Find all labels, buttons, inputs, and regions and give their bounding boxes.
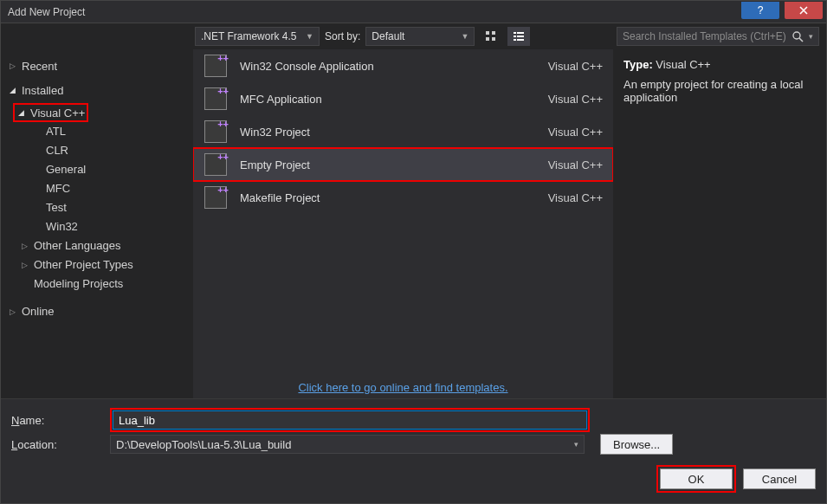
framework-value: .NET Framework 4.5 — [201, 30, 296, 42]
template-type: Type: Visual C++ — [623, 58, 816, 71]
search-box[interactable]: ▾ — [617, 27, 819, 46]
template-row-selected[interactable]: ++ Empty Project Visual C++ — [193, 148, 613, 181]
project-name-input[interactable] — [113, 410, 587, 430]
add-new-project-dialog: Add New Project ? .NET Framework 4.5 ▼ S… — [0, 0, 827, 504]
top-toolbar: .NET Framework 4.5 ▼ Sort by: Default ▼ — [1, 23, 826, 49]
svg-rect-5 — [517, 32, 524, 34]
empty-project-icon: ++ — [204, 153, 227, 176]
tree-recent[interactable]: Recent — [4, 56, 190, 75]
grid-icon — [485, 30, 497, 42]
location-row: Location: D:\DevelopTools\Lua-5.3\Lua_bu… — [11, 432, 816, 456]
close-button[interactable] — [785, 2, 823, 19]
online-templates-link-row: Click here to go online and find templat… — [193, 376, 613, 398]
makefile-project-icon: ++ — [204, 186, 227, 209]
win32-project-icon: ++ — [204, 120, 227, 143]
tree-installed[interactable]: Installed — [4, 81, 190, 100]
template-row[interactable]: ++ Win32 Console Application Visual C++ — [193, 49, 613, 82]
tree-visual-cpp[interactable]: Visual C++ — [15, 106, 87, 120]
svg-rect-8 — [514, 39, 516, 41]
help-button[interactable]: ? — [741, 2, 779, 19]
tree-clr[interactable]: CLR — [4, 141, 190, 160]
online-templates-link[interactable]: Click here to go online and find templat… — [298, 381, 507, 394]
titlebar[interactable]: Add New Project ? — [1, 1, 826, 23]
bottom-form: Name: Location: D:\DevelopTools\Lua-5.3\… — [1, 398, 826, 503]
window-title: Add New Project — [1, 6, 741, 18]
mfc-app-icon: ++ — [204, 87, 227, 110]
location-label: Location: — [11, 438, 101, 451]
svg-rect-2 — [486, 37, 489, 41]
svg-rect-6 — [514, 36, 516, 37]
tree-test[interactable]: Test — [4, 198, 190, 217]
category-tree[interactable]: Recent Installed Visual C++ ATL CLR Gene… — [1, 49, 193, 398]
location-dropdown[interactable]: D:\DevelopTools\Lua-5.3\Lua_build ▾ — [110, 435, 585, 454]
template-row[interactable]: ++ MFC Application Visual C++ — [193, 82, 613, 115]
svg-rect-0 — [486, 31, 489, 35]
chevron-down-icon: ▼ — [461, 32, 468, 41]
cancel-button[interactable]: Cancel — [743, 468, 816, 489]
middle-panes: Recent Installed Visual C++ ATL CLR Gene… — [1, 49, 826, 398]
search-icon — [791, 30, 804, 42]
svg-rect-9 — [517, 39, 524, 41]
ok-button[interactable]: OK — [660, 468, 733, 489]
tree-other-project-types[interactable]: Other Project Types — [4, 255, 190, 275]
console-app-icon: ++ — [204, 55, 227, 77]
tree-other-languages[interactable]: Other Languages — [4, 236, 190, 255]
sort-by-value: Default — [372, 30, 404, 42]
name-row: Name: — [11, 408, 816, 432]
content-area: .NET Framework 4.5 ▼ Sort by: Default ▼ — [1, 23, 826, 503]
sort-by-label: Sort by: — [325, 30, 360, 42]
browse-button[interactable]: Browse... — [600, 434, 673, 455]
framework-dropdown[interactable]: .NET Framework 4.5 ▼ — [195, 27, 320, 46]
template-description: An empty project for creating a local ap… — [623, 78, 816, 104]
template-row[interactable]: ++ Makefile Project Visual C++ — [193, 181, 613, 214]
dialog-buttons: OK Cancel — [11, 465, 816, 493]
search-input[interactable] — [623, 30, 786, 42]
template-row[interactable]: ++ Win32 Project Visual C++ — [193, 115, 613, 148]
svg-point-10 — [793, 32, 800, 39]
tree-general[interactable]: General — [4, 160, 190, 179]
tree-online[interactable]: Online — [4, 302, 190, 321]
sort-by-dropdown[interactable]: Default ▼ — [365, 27, 475, 46]
chevron-down-icon: ▾ — [574, 440, 578, 449]
svg-rect-4 — [514, 32, 516, 34]
tree-atl[interactable]: ATL — [4, 122, 190, 141]
tree-win32[interactable]: Win32 — [4, 217, 190, 236]
svg-rect-3 — [492, 37, 495, 41]
tree-modeling[interactable]: Modeling Projects — [4, 275, 190, 294]
description-pane: Type: Visual C++ An empty project for cr… — [613, 49, 826, 398]
close-icon — [798, 5, 809, 16]
svg-rect-1 — [492, 31, 495, 35]
name-label: Name: — [11, 414, 101, 427]
view-details-button[interactable] — [507, 27, 530, 46]
list-icon — [513, 30, 525, 42]
chevron-down-icon: ▾ — [809, 32, 813, 41]
chevron-down-icon: ▼ — [306, 32, 313, 41]
template-list[interactable]: ++ Win32 Console Application Visual C++ … — [193, 49, 613, 398]
view-small-icons-button[interactable] — [480, 27, 502, 46]
svg-rect-7 — [517, 36, 524, 37]
tree-mfc[interactable]: MFC — [4, 179, 190, 198]
